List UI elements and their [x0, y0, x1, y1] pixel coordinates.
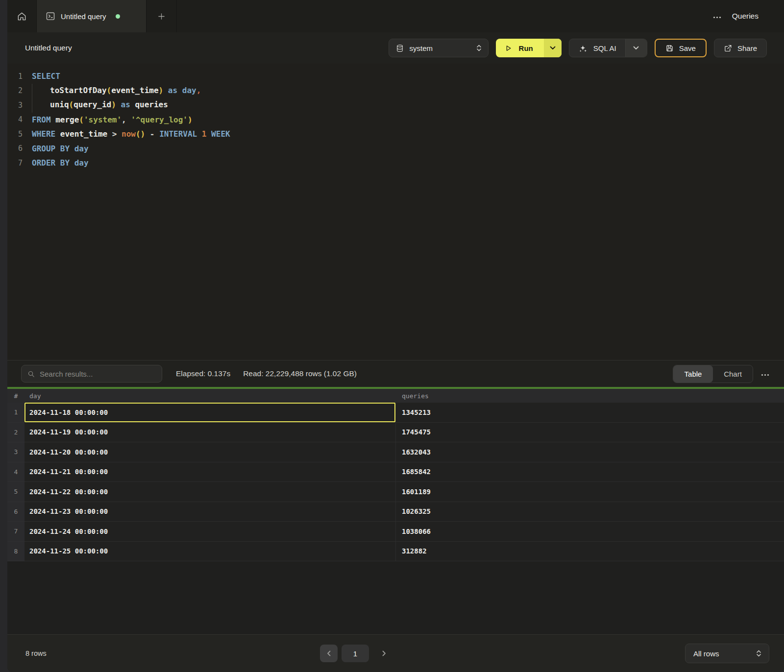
sql-ai-button-main[interactable]: SQL AI [569, 39, 625, 57]
code-token [130, 100, 135, 109]
row-number-cell: 1 [7, 403, 24, 423]
run-button[interactable]: Run [496, 39, 562, 57]
code-token: () [136, 129, 145, 139]
row-number-cell: 6 [7, 502, 24, 522]
code-text: toStartOfDay(event_time) as day, [32, 84, 201, 98]
updown-chevron-icon [476, 44, 482, 52]
tabbar-more-button[interactable] [713, 12, 721, 20]
current-page-button[interactable]: 1 [342, 645, 369, 662]
table-row: 32024-11-20 00:00:001632043 [7, 442, 784, 462]
table-row: 82024-11-25 00:00:00312882 [7, 542, 784, 562]
code-text: FROM merge('system', '^query_log') [32, 115, 193, 124]
day-cell[interactable]: 2024-11-23 00:00:00 [24, 502, 396, 522]
search-results-box[interactable] [21, 365, 162, 383]
home-button[interactable] [7, 0, 37, 32]
code-token: , [196, 86, 201, 95]
code-text: GROUP BY day [32, 144, 89, 153]
save-button-label: Save [679, 44, 696, 52]
code-token [206, 129, 211, 139]
sparkles-icon [578, 44, 588, 53]
run-button-main[interactable]: Run [496, 39, 544, 57]
day-cell[interactable]: 2024-11-25 00:00:00 [24, 542, 396, 562]
code-line[interactable]: 4FROM merge('system', '^query_log') [7, 113, 784, 127]
day-cell[interactable]: 2024-11-22 00:00:00 [24, 482, 396, 502]
save-button[interactable]: Save [655, 39, 707, 57]
code-line[interactable]: 5WHERE event_time > now() - INTERVAL 1 W… [7, 127, 784, 142]
code-line[interactable]: 2toStartOfDay(event_time) as day, [7, 84, 784, 98]
queries-cell[interactable]: 1601189 [396, 482, 784, 502]
sql-ai-options-button[interactable] [625, 39, 647, 57]
chevron-down-icon [550, 46, 556, 50]
share-button-label: Share [737, 44, 757, 52]
elapsed-stat: Elapsed: 0.137s [176, 369, 230, 378]
code-line[interactable]: 3uniq(query_id) as queries [7, 98, 784, 113]
row-number-cell: 7 [7, 522, 24, 542]
new-tab-button[interactable] [147, 0, 177, 32]
database-select[interactable]: system [389, 39, 489, 57]
day-cell[interactable]: 2024-11-21 00:00:00 [24, 462, 396, 482]
queries-cell[interactable]: 1632043 [396, 442, 784, 462]
queries-cell[interactable]: 1345213 [396, 403, 784, 423]
column-header-index[interactable]: # [7, 392, 24, 400]
code-token: merge [55, 115, 79, 124]
run-options-button[interactable] [544, 39, 562, 57]
pagination: 1 [320, 635, 392, 672]
code-line[interactable]: 1SELECT [7, 69, 784, 84]
code-token: day [182, 86, 196, 95]
view-toggle-table[interactable]: Table [673, 365, 713, 383]
queries-cell[interactable]: 1745475 [396, 423, 784, 443]
database-select-value: system [410, 44, 433, 52]
page-size-select[interactable]: All rows [685, 644, 769, 663]
table-row: 52024-11-22 00:00:001601189 [7, 482, 784, 502]
search-icon [27, 370, 35, 378]
code-token [70, 144, 74, 153]
day-cell-selected[interactable]: 2024-11-18 00:00:00 [24, 403, 396, 423]
code-token [163, 86, 168, 95]
column-header-queries[interactable]: queries [396, 392, 784, 400]
code-line[interactable]: 7ORDER BY day [7, 156, 784, 170]
table-row: 42024-11-21 00:00:001685842 [7, 462, 784, 482]
sql-ai-button-label: SQL AI [593, 44, 616, 52]
queries-cell[interactable]: 1038066 [396, 522, 784, 542]
share-button[interactable]: Share [714, 39, 767, 57]
row-number-cell: 3 [7, 442, 24, 462]
table-header: # day queries [7, 389, 784, 403]
day-cell[interactable]: 2024-11-19 00:00:00 [24, 423, 396, 443]
next-page-button[interactable] [376, 645, 392, 662]
view-toggle-chart[interactable]: Chart [713, 365, 753, 383]
code-token: query_id [74, 100, 111, 109]
code-lines: 1SELECT2toStartOfDay(event_time) as day,… [7, 69, 784, 170]
chevron-left-icon [327, 650, 331, 656]
code-token: as [121, 100, 130, 109]
query-toolbar: Untitled query system Run [7, 32, 784, 64]
code-token: ) [159, 86, 164, 95]
sql-ai-button[interactable]: SQL AI [569, 39, 647, 57]
day-cell[interactable]: 2024-11-20 00:00:00 [24, 442, 396, 462]
code-token: ( [107, 86, 112, 95]
line-number: 2 [7, 86, 23, 95]
previous-page-button[interactable] [320, 645, 338, 662]
queries-cell[interactable]: 1685842 [396, 462, 784, 482]
queries-cell[interactable]: 1026325 [396, 502, 784, 522]
code-line[interactable]: 6GROUP BY day [7, 142, 784, 156]
code-token [70, 158, 74, 168]
code-token: queries [135, 100, 168, 109]
code-token: '^query_log' [131, 115, 188, 124]
code-token: day [74, 144, 89, 153]
code-token: ORDER BY [32, 158, 70, 168]
tab-untitled-query[interactable]: Untitled query [37, 0, 147, 32]
day-cell[interactable]: 2024-11-24 00:00:00 [24, 522, 396, 542]
results-more-button[interactable] [761, 370, 769, 378]
queries-breadcrumb[interactable]: Queries [732, 12, 759, 21]
code-token: now [122, 129, 136, 139]
code-token: 'system' [84, 115, 122, 124]
sql-editor[interactable]: 1SELECT2toStartOfDay(event_time) as day,… [7, 64, 784, 360]
chevron-right-icon [382, 650, 386, 656]
code-token: FROM [32, 115, 51, 124]
code-token [32, 84, 50, 98]
column-header-day[interactable]: day [24, 392, 396, 400]
code-token [177, 86, 182, 95]
table-row: 72024-11-24 00:00:001038066 [7, 522, 784, 542]
queries-cell[interactable]: 312882 [396, 542, 784, 562]
search-results-input[interactable] [40, 370, 156, 378]
